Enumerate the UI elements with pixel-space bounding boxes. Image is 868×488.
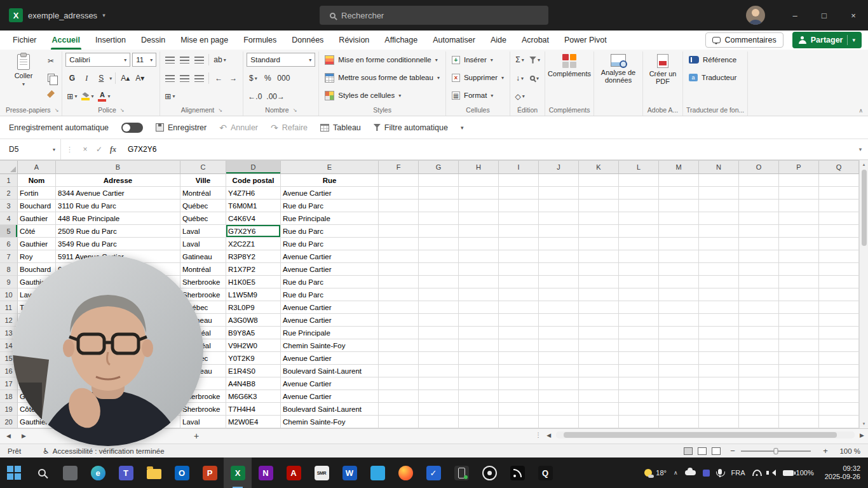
cell-L13[interactable]: [619, 327, 659, 339]
cell-O19[interactable]: [739, 403, 779, 416]
percent-format-button[interactable]: %: [261, 71, 274, 85]
align-right-button[interactable]: [193, 71, 205, 85]
cell-F3[interactable]: [379, 200, 419, 212]
battery-indicator[interactable]: 100%: [783, 469, 814, 477]
cell-Q8[interactable]: [819, 263, 859, 276]
column-header-O[interactable]: O: [739, 161, 779, 174]
cell-Q5[interactable]: [819, 225, 859, 238]
cell-F1[interactable]: [379, 174, 419, 187]
cell-Q13[interactable]: [819, 327, 859, 339]
cell-L9[interactable]: [619, 276, 659, 288]
delete-cells-button[interactable]: ×Supprimer▾: [449, 69, 506, 86]
cell-P20[interactable]: [779, 416, 819, 428]
obs-studio[interactable]: [475, 458, 503, 488]
cell-M12[interactable]: [659, 314, 699, 327]
cell-I1[interactable]: [499, 174, 539, 187]
cell-C20[interactable]: Laval: [180, 416, 226, 428]
cell-I16[interactable]: [499, 365, 539, 377]
font-family-select[interactable]: Calibri▾: [65, 53, 130, 67]
cell-G16[interactable]: [419, 365, 459, 377]
cell-P17[interactable]: [779, 377, 819, 390]
cell-L3[interactable]: [619, 200, 659, 212]
cell-H12[interactable]: [459, 314, 499, 327]
cell-N12[interactable]: [699, 314, 739, 327]
increase-font-size-button[interactable]: A▴: [119, 71, 132, 85]
view-normal-button[interactable]: [684, 447, 693, 455]
ribbon-tab-formules[interactable]: Formules: [236, 30, 284, 50]
cell-J2[interactable]: [539, 187, 579, 200]
cell-A2[interactable]: Fortin: [18, 187, 56, 200]
cell-Q2[interactable]: [819, 187, 859, 200]
weather-widget[interactable]: 18°: [644, 469, 667, 477]
format-as-table-button[interactable]: Mettre sous forme de tableau▾: [322, 69, 442, 86]
cell-M14[interactable]: [659, 339, 699, 352]
cell-Q17[interactable]: [819, 377, 859, 390]
user-avatar[interactable]: [746, 6, 765, 25]
cell-I11[interactable]: [499, 301, 539, 314]
cell-G10[interactable]: [419, 288, 459, 301]
create-pdf-button[interactable]: Créer un PDF: [646, 51, 679, 85]
cell-M16[interactable]: [659, 365, 699, 377]
cell-C6[interactable]: Laval: [180, 238, 226, 250]
cell-M3[interactable]: [659, 200, 699, 212]
cell-D5[interactable]: G7X2Y6: [226, 225, 281, 238]
cell-I17[interactable]: [499, 377, 539, 390]
cell-N18[interactable]: [699, 390, 739, 403]
cell-J15[interactable]: [539, 352, 579, 365]
cell-M4[interactable]: [659, 212, 699, 225]
merge-center-button[interactable]: ⊞▾: [163, 90, 176, 104]
cell-M18[interactable]: [659, 390, 699, 403]
cell-A4[interactable]: Gauthier: [18, 212, 56, 225]
cell-H2[interactable]: [459, 187, 499, 200]
cell-K1[interactable]: [579, 174, 619, 187]
cell-D6[interactable]: X2C2Z1: [226, 238, 281, 250]
cell-I12[interactable]: [499, 314, 539, 327]
cell-M15[interactable]: [659, 352, 699, 365]
column-header-E[interactable]: E: [281, 161, 379, 174]
cell-G11[interactable]: [419, 301, 459, 314]
horizontal-scrollbar[interactable]: [556, 431, 855, 438]
copy-button[interactable]: [44, 71, 57, 85]
cell-M1[interactable]: [659, 174, 699, 187]
align-top-button[interactable]: [163, 53, 176, 67]
cell-B4[interactable]: 448 Rue Principale: [56, 212, 180, 225]
cell-H1[interactable]: [459, 174, 499, 187]
cell-M5[interactable]: [659, 225, 699, 238]
cell-L20[interactable]: [619, 416, 659, 428]
row-header-11[interactable]: 11: [0, 301, 18, 314]
cell-C19[interactable]: Sherbrooke: [180, 403, 226, 416]
cell-Q9[interactable]: [819, 276, 859, 288]
cell-H13[interactable]: [459, 327, 499, 339]
maximize-button[interactable]: □: [810, 0, 839, 30]
number-dialog-launcher[interactable]: ↘: [293, 107, 297, 113]
format-painter-button[interactable]: [44, 87, 57, 101]
row-header-9[interactable]: 9: [0, 276, 18, 288]
view-page-layout-button[interactable]: [698, 447, 707, 455]
cell-H5[interactable]: [459, 225, 499, 238]
cell-Q4[interactable]: [819, 212, 859, 225]
cell-F6[interactable]: [379, 238, 419, 250]
ribbon-tab-mise-en-page[interactable]: Mise en page: [173, 30, 236, 50]
phone-link[interactable]: [447, 458, 475, 488]
podcast-app[interactable]: [503, 458, 531, 488]
row-header-7[interactable]: 7: [0, 250, 18, 263]
column-header-N[interactable]: N: [699, 161, 739, 174]
clipboard-dialog-launcher[interactable]: ↘: [55, 107, 59, 113]
cell-K5[interactable]: [579, 225, 619, 238]
volume-icon[interactable]: [769, 470, 776, 476]
ribbon-tab-power-pivot[interactable]: Power Pivot: [557, 30, 614, 50]
cell-J5[interactable]: [539, 225, 579, 238]
cell-J9[interactable]: [539, 276, 579, 288]
cell-G12[interactable]: [419, 314, 459, 327]
previous-sheet-button[interactable]: ◀: [6, 433, 11, 439]
conditional-formatting-button[interactable]: Mise en forme conditionnelle▾: [322, 51, 440, 68]
cell-N8[interactable]: [699, 263, 739, 276]
cell-P16[interactable]: [779, 365, 819, 377]
excel[interactable]: X: [224, 458, 252, 488]
cell-O6[interactable]: [739, 238, 779, 250]
word[interactable]: W: [336, 458, 363, 488]
cell-D12[interactable]: A3G0W8: [226, 314, 281, 327]
cell-P18[interactable]: [779, 390, 819, 403]
reference-button[interactable]: Référence: [686, 51, 739, 68]
teams-tray-icon[interactable]: [703, 470, 710, 477]
